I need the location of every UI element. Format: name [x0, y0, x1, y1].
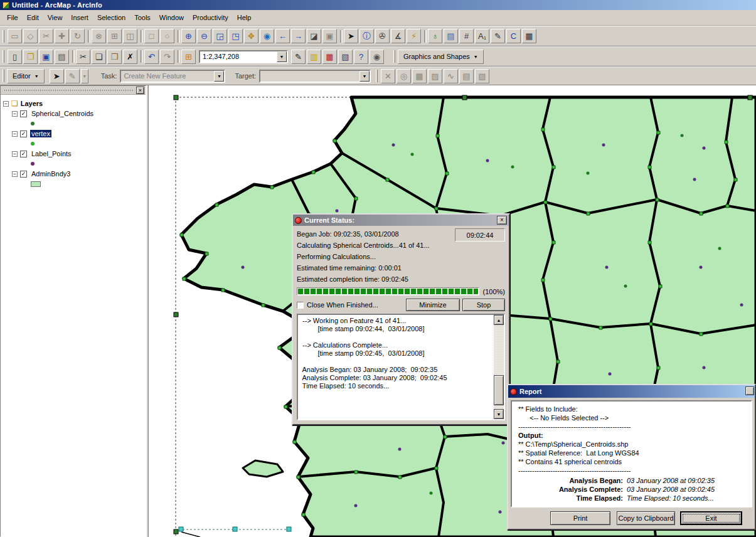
rectangle-tool-icon[interactable]: □	[144, 29, 159, 43]
union-tool-icon[interactable]: ⊞	[107, 29, 122, 43]
open-map-icon[interactable]: ❐	[23, 50, 38, 64]
minimize-button[interactable]: Minimize	[406, 299, 460, 311]
whats-this-icon[interactable]: ?	[354, 50, 368, 64]
redo-icon[interactable]: ↷	[160, 50, 174, 64]
cut-polygon-tool-icon[interactable]: ✂	[39, 29, 53, 43]
layer-symbol[interactable]	[31, 122, 35, 125]
chevron-down-icon[interactable]: ▼	[214, 71, 224, 82]
attributes-icon[interactable]: ▦	[412, 69, 427, 83]
close-icon[interactable]: ×	[136, 87, 144, 94]
dimension-icon[interactable]: ✎	[491, 29, 505, 43]
cut-icon[interactable]: ✂	[76, 50, 90, 64]
paste-icon[interactable]: ❒	[107, 50, 122, 64]
earth-icon[interactable]: ♁	[428, 29, 442, 43]
graphics-and-shapes-button[interactable]: Graphics and Shapes ▼	[398, 50, 484, 64]
hyperlink-icon[interactable]: ⚡	[407, 29, 421, 43]
clip-tool-icon[interactable]: ◫	[123, 29, 137, 43]
layer-symbol[interactable]	[31, 181, 41, 187]
toc-layer-row[interactable]: − ✓ AdminBndy3	[12, 169, 144, 179]
identify-icon[interactable]: ⓘ	[359, 29, 374, 43]
toc-root-row[interactable]: − ❏ Layers	[3, 98, 144, 109]
layer-visibility-checkbox[interactable]: ✓	[20, 110, 27, 117]
target-combo[interactable]: ▼	[259, 70, 371, 83]
toolbar-grip[interactable]	[3, 50, 4, 63]
chevron-down-icon[interactable]: ▼	[277, 51, 287, 62]
clear-selection-icon[interactable]: ▣	[322, 29, 337, 43]
copy-icon[interactable]: ❏	[92, 50, 106, 64]
title-bar[interactable]: Untitled - ArcMap - ArcInfo	[0, 0, 756, 10]
go-back-extent-icon[interactable]: ←	[275, 29, 290, 43]
move-tool-icon[interactable]: ✚	[55, 29, 69, 43]
map-scale-combo[interactable]: 1:2,347,208 ▼	[199, 50, 288, 63]
sketch-properties-icon[interactable]: ▧	[475, 69, 489, 83]
intersect-tool-icon[interactable]: ⊗	[92, 29, 106, 43]
print-icon[interactable]: ▤	[55, 50, 69, 64]
copy-to-clipboard-button[interactable]: Copy to Clipboard	[617, 511, 675, 525]
tree-collapse-icon[interactable]: −	[12, 111, 18, 117]
layer-symbol[interactable]	[31, 162, 35, 166]
layer-symbol[interactable]	[31, 142, 35, 146]
fixed-zoom-out-icon[interactable]: ◳	[228, 29, 243, 43]
menu-window[interactable]: Window	[155, 12, 188, 23]
curve-tool-icon[interactable]: ∿	[444, 69, 458, 83]
viewer-icon[interactable]: ◉	[370, 50, 384, 64]
delete-icon[interactable]: ✗	[123, 50, 137, 64]
arccatalog-icon[interactable]: ▥	[307, 50, 321, 64]
layer-name[interactable]: AdminBndy3	[30, 170, 72, 178]
log-scrollbar[interactable]: ▲ ▼	[494, 315, 504, 419]
print-button[interactable]: Print	[550, 511, 610, 525]
toc-drag-grip[interactable]	[4, 88, 134, 93]
union-feature-icon[interactable]: ▤	[459, 69, 474, 83]
menu-selection[interactable]: Selection	[93, 12, 130, 23]
editor-toolbar-icon[interactable]: ✎	[291, 50, 306, 64]
layer-name[interactable]: vertex	[30, 130, 51, 137]
tree-collapse-icon[interactable]: −	[12, 151, 18, 157]
sketch-tool-icon[interactable]: ✎	[65, 69, 80, 83]
arctoolbox-icon[interactable]: ▦	[322, 50, 337, 64]
menu-help[interactable]: Help	[233, 12, 256, 23]
rotate-tool-icon[interactable]: ↻	[70, 29, 85, 43]
toolbar-grip[interactable]	[376, 70, 378, 82]
circle-tool-icon[interactable]: ○	[160, 29, 174, 43]
tree-collapse-icon[interactable]: −	[12, 131, 18, 137]
layer-visibility-checkbox[interactable]: ✓	[20, 130, 27, 137]
layer-name[interactable]: Label_Points	[30, 150, 73, 157]
c-script-icon[interactable]: C	[506, 29, 521, 43]
toc-layer-row[interactable]: − ✓ Spherical_Centroids	[12, 109, 144, 119]
select-features-icon[interactable]: ◪	[307, 29, 321, 43]
menu-insert[interactable]: Insert	[67, 12, 93, 23]
report-title-button[interactable]	[745, 386, 754, 395]
zoom-in-icon[interactable]: ⊕	[181, 29, 196, 43]
scroll-down-icon[interactable]: ▼	[494, 409, 504, 419]
menu-productivity[interactable]: Productivity	[188, 12, 233, 23]
status-dialog-titlebar[interactable]: Current Status: ×	[293, 215, 509, 226]
stop-button[interactable]: Stop	[462, 299, 505, 311]
chevron-down-icon[interactable]: ▼	[359, 71, 370, 82]
task-combo[interactable]: Create New Feature ▼	[120, 70, 225, 83]
editor-menu-button[interactable]: Editor ▼	[7, 69, 45, 83]
graphic-selection[interactable]	[179, 527, 291, 537]
sketch-image-icon[interactable]: ▨	[428, 69, 442, 83]
exit-button[interactable]: Exit	[680, 511, 742, 525]
zoom-out-icon[interactable]: ⊖	[197, 29, 211, 43]
new-map-icon[interactable]: ▯	[8, 50, 22, 64]
menu-tools[interactable]: Tools	[130, 12, 155, 23]
toolbar-grip[interactable]	[3, 70, 4, 82]
toc-header[interactable]: ×	[1, 86, 146, 95]
layer-visibility-checkbox[interactable]: ✓	[20, 171, 27, 178]
close-when-finished-checkbox[interactable]	[297, 302, 304, 309]
full-extent-icon[interactable]: ◉	[260, 29, 274, 43]
sketch-tool-dropdown-icon[interactable]: ▼	[81, 69, 88, 83]
command-line-icon[interactable]: ▧	[338, 50, 353, 64]
split-tool-icon[interactable]: ✕	[381, 69, 395, 83]
menu-file[interactable]: File	[3, 12, 23, 23]
toolbar-grip[interactable]	[393, 50, 395, 63]
measure-icon[interactable]: ∡	[391, 29, 405, 43]
report-dialog-titlebar[interactable]: Report	[508, 385, 755, 398]
scroll-up-icon[interactable]: ▲	[494, 315, 504, 325]
select-elements-icon[interactable]: ➤	[344, 29, 358, 43]
toc-layer-row[interactable]: − ✓ Label_Points	[12, 149, 144, 159]
html-popup-icon[interactable]: ▤	[444, 29, 458, 43]
menu-edit[interactable]: Edit	[23, 12, 43, 23]
rotate-feature-icon[interactable]: ◎	[397, 69, 411, 83]
